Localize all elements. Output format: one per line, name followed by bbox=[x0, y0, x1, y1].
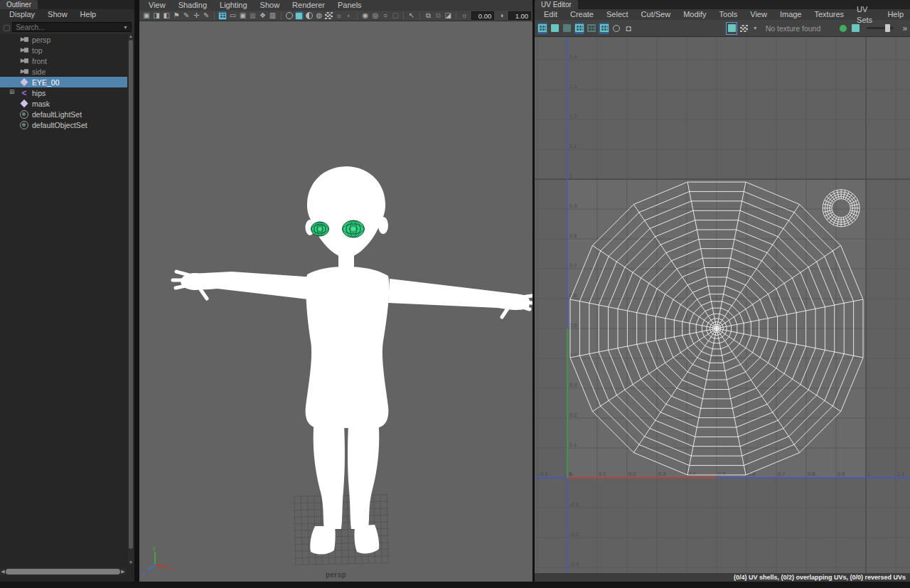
uv-menu-tools[interactable]: Tools bbox=[713, 9, 744, 20]
outliner-item-top[interactable]: top bbox=[0, 45, 127, 55]
outliner-tab[interactable]: Outliner bbox=[0, 0, 38, 9]
use-all-lights-icon[interactable]: ◍ bbox=[315, 11, 323, 20]
tile-grid-icon[interactable] bbox=[599, 23, 609, 34]
uv-menu-textures[interactable]: Textures bbox=[808, 9, 850, 20]
toolbar-separator bbox=[419, 12, 420, 20]
uv-distortion-icon[interactable] bbox=[562, 23, 572, 34]
scroll-down-icon[interactable]: ▼ bbox=[128, 560, 134, 565]
mesh-icon bbox=[20, 78, 28, 87]
uv-menu-create[interactable]: Create bbox=[564, 9, 600, 20]
gate-mask-icon[interactable]: ▣ bbox=[238, 11, 247, 20]
checker-texture-icon[interactable] bbox=[739, 23, 749, 34]
film-gate-icon[interactable] bbox=[218, 11, 227, 20]
uv-borders-icon[interactable] bbox=[550, 23, 560, 34]
camera-icon[interactable]: ▣ bbox=[142, 11, 151, 20]
ambient-occlusion-icon[interactable]: ▢ bbox=[391, 11, 400, 20]
uv-grid-scene: -0.100.10.20.30.40.50.60.70.80.911.11.41… bbox=[535, 37, 910, 573]
outliner-item-side[interactable]: side bbox=[0, 66, 127, 77]
outliner-item-persp[interactable]: persp bbox=[0, 34, 127, 45]
gamma-field[interactable]: 1.00 bbox=[508, 11, 531, 20]
panel-divider[interactable] bbox=[134, 0, 139, 582]
image-plane-icon[interactable]: ⧉ bbox=[434, 11, 442, 20]
grid-display-icon[interactable] bbox=[574, 23, 584, 34]
slider-knob[interactable] bbox=[885, 24, 890, 32]
default-light-icon[interactable]: ◉ bbox=[361, 11, 370, 20]
safe-title-icon[interactable]: ▥ bbox=[269, 11, 277, 20]
isolate-select-icon[interactable]: ⧉ bbox=[424, 11, 432, 20]
image-ratio-icon[interactable] bbox=[850, 23, 860, 34]
safe-action-icon[interactable]: ❖ bbox=[259, 11, 267, 20]
outliner-item-front[interactable]: front bbox=[0, 55, 127, 66]
search-input[interactable]: Search... ▼ bbox=[12, 22, 132, 32]
texture-dropdown-icon[interactable]: ▼ bbox=[753, 26, 758, 31]
viewport-menu-show[interactable]: Show bbox=[254, 0, 287, 11]
uv-menu-edit[interactable]: Edit bbox=[537, 9, 564, 20]
uv-editor-tab[interactable]: UV Editor bbox=[535, 0, 578, 9]
uv-menu-select[interactable]: Select bbox=[600, 9, 635, 20]
uv-menu-modify[interactable]: Modify bbox=[677, 9, 712, 20]
uv-menu-view[interactable]: View bbox=[744, 9, 774, 20]
lights-icon[interactable]: ☼ bbox=[335, 11, 343, 20]
no-lights-icon[interactable]: ○ bbox=[381, 11, 390, 20]
texture-placement-icon[interactable]: ◪ bbox=[444, 11, 452, 20]
shadows-icon[interactable]: ◐ bbox=[345, 11, 353, 20]
uv-menu-cut-sew[interactable]: Cut/Sew bbox=[635, 9, 678, 20]
scroll-left-icon[interactable]: ◀ bbox=[0, 569, 6, 574]
field-chart-icon[interactable]: ▦ bbox=[248, 11, 257, 20]
expand-icon[interactable]: ⊞ bbox=[9, 88, 15, 95]
viewport-menu-lighting[interactable]: Lighting bbox=[213, 0, 254, 11]
gamma-icon[interactable]: ◑ bbox=[497, 11, 505, 20]
outliner-menu-help[interactable]: Help bbox=[74, 9, 103, 20]
dim-image-icon[interactable] bbox=[611, 23, 621, 34]
rgb-channels-icon[interactable] bbox=[838, 23, 848, 34]
viewport-menu-renderer[interactable]: Renderer bbox=[286, 0, 331, 11]
uv-snapshot-icon[interactable]: ◘ bbox=[623, 23, 633, 34]
image-display-icon[interactable] bbox=[727, 23, 737, 34]
scroll-up-icon[interactable]: ▲ bbox=[128, 34, 134, 38]
left-eye-mesh[interactable] bbox=[311, 222, 329, 236]
camera-bookmark-icon[interactable]: ◨ bbox=[152, 11, 161, 20]
horizontal-scroll-thumb[interactable] bbox=[6, 569, 120, 574]
textured-icon[interactable] bbox=[305, 11, 314, 20]
outliner-tree: persptopfrontsideEYE_00⊞<hipsmaskdefault… bbox=[0, 34, 127, 563]
uv-shaded-display-icon[interactable] bbox=[537, 23, 547, 34]
snap-pin-icon[interactable]: ✛ bbox=[192, 11, 200, 20]
uv-menu-image[interactable]: Image bbox=[774, 9, 808, 20]
wireframe-icon[interactable] bbox=[285, 11, 294, 20]
vertical-scroll-thumb[interactable] bbox=[129, 40, 133, 549]
viewport-canvas[interactable]: yxz persp bbox=[139, 21, 532, 582]
outliner-item-mask[interactable]: mask bbox=[0, 98, 127, 109]
exposure-field[interactable]: 0.00 bbox=[471, 11, 494, 20]
right-eye-mesh[interactable] bbox=[343, 220, 365, 237]
scroll-right-icon[interactable]: ▶ bbox=[120, 569, 126, 574]
viewport-menu-shading[interactable]: Shading bbox=[172, 0, 213, 11]
object-select-icon[interactable]: ↖ bbox=[407, 11, 416, 20]
filter-icon[interactable]: ▢ bbox=[3, 23, 10, 32]
expand-toolbar-icon[interactable]: » bbox=[900, 23, 910, 34]
viewport-menu-panels[interactable]: Panels bbox=[331, 0, 368, 11]
paint-tool-icon[interactable]: ✎ bbox=[202, 11, 210, 20]
resolution-gate-icon[interactable]: ▭ bbox=[228, 11, 237, 20]
checker-material-icon[interactable] bbox=[325, 11, 333, 20]
uv-menu-help[interactable]: Help bbox=[881, 9, 910, 20]
exposure-icon[interactable]: ☼ bbox=[460, 11, 469, 20]
smooth-shade-icon[interactable] bbox=[295, 11, 304, 20]
pixel-snap-icon[interactable] bbox=[587, 23, 596, 34]
two-sided-lighting-icon[interactable]: ◎ bbox=[371, 11, 380, 20]
outliner-item-defaultlightset[interactable]: defaultLightSet bbox=[0, 109, 127, 119]
outliner-item-defaultobjectset[interactable]: defaultObjectSet bbox=[0, 119, 127, 130]
camera-attributes-icon[interactable]: ◧ bbox=[162, 11, 171, 20]
uv-distortion-icon-shape bbox=[563, 24, 571, 32]
outliner-menu-show[interactable]: Show bbox=[41, 9, 74, 20]
outliner-item-eye_00[interactable]: EYE_00 bbox=[0, 77, 127, 87]
outliner-horizontal-scrollbar[interactable]: ◀ ▶ bbox=[0, 567, 126, 576]
search-dropdown-icon[interactable]: ▼ bbox=[123, 25, 128, 30]
image-dim-slider[interactable] bbox=[867, 27, 893, 29]
outliner-item-hips[interactable]: ⊞<hips bbox=[0, 87, 127, 98]
outliner-menu-display[interactable]: Display bbox=[3, 9, 41, 20]
grease-pencil-icon[interactable]: ✎ bbox=[182, 11, 191, 20]
bookmark-flag-icon[interactable]: ⚑ bbox=[172, 11, 181, 20]
viewport-menu-view[interactable]: View bbox=[142, 0, 172, 11]
uv-canvas[interactable]: -0.100.10.20.30.40.50.60.70.80.911.11.41… bbox=[535, 37, 910, 573]
outliner-vertical-scrollbar[interactable]: ▲ ▼ bbox=[128, 34, 134, 565]
